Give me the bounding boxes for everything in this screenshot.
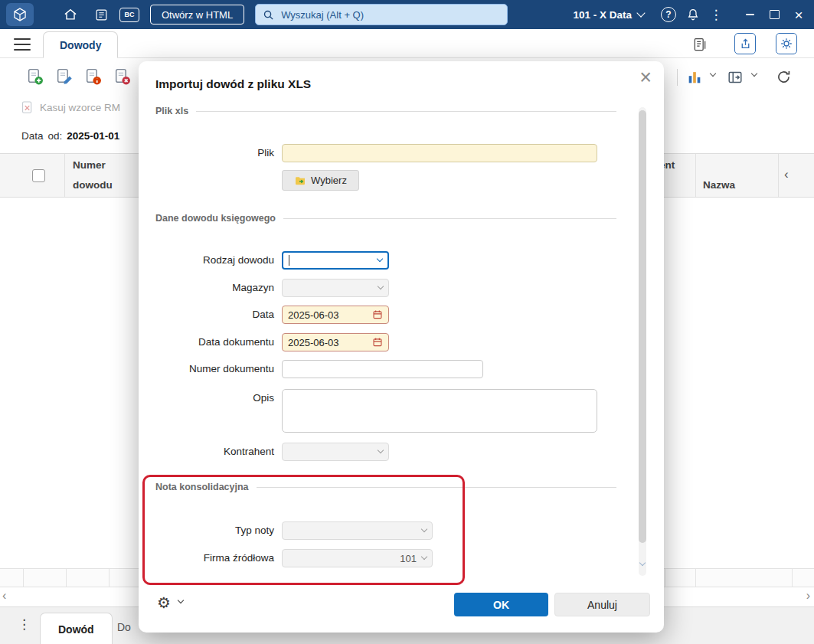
refresh-button[interactable] — [773, 67, 794, 87]
tab-dowod-label: Dowód — [58, 623, 94, 636]
footer-cell-divider-4 — [665, 569, 665, 587]
chart-chevron-down-icon[interactable] — [710, 70, 716, 77]
wybierz-button[interactable]: Wybierz — [282, 170, 359, 191]
plik-input[interactable] — [282, 144, 597, 162]
plik-label: Plik — [152, 144, 274, 162]
calendar-icon[interactable] — [372, 309, 383, 320]
calendar-icon[interactable] — [372, 337, 383, 348]
column-numer-dowodu-line1[interactable]: Numer — [73, 159, 106, 171]
settings-chevron-down-icon[interactable] — [178, 597, 184, 603]
typ-noty-combobox — [282, 521, 433, 540]
ok-button[interactable]: OK — [454, 593, 548, 616]
factbox-collapse-button[interactable]: ‹ — [784, 167, 789, 182]
footer-cell-divider-3 — [109, 569, 110, 587]
sun-icon — [780, 37, 793, 51]
text-caret — [289, 255, 289, 266]
search-box[interactable] — [255, 4, 508, 25]
close-window-button[interactable]: × — [786, 3, 811, 26]
page-tabstrip: Dowody — [0, 29, 814, 58]
journal-button[interactable] — [89, 3, 113, 26]
delete-document-button[interactable] — [112, 67, 132, 87]
column-numer-dowodu-line2: dowodu — [73, 179, 113, 191]
search-input[interactable] — [280, 8, 500, 21]
bc-badge[interactable]: BC — [119, 3, 139, 26]
pages-pane-button[interactable] — [690, 34, 710, 54]
new-document-button[interactable] — [25, 67, 45, 87]
column-divider-3 — [778, 154, 779, 197]
minimize-icon — [746, 14, 754, 15]
tab-partial[interactable]: Do — [117, 621, 131, 633]
app-window: BC Otwórz w HTML 101 - X Data ? ⋮ × — [0, 0, 814, 644]
data-dokumentu-input[interactable]: 2025-06-03 — [282, 333, 389, 351]
document-info-button[interactable] — [83, 67, 103, 87]
journal-icon — [94, 8, 109, 22]
chart-view-button[interactable] — [684, 67, 704, 87]
magazyn-combobox — [282, 279, 389, 297]
section-dane: Dane dowodu księgowego — [155, 213, 616, 224]
magazyn-label: Magazyn — [152, 279, 274, 297]
home-icon — [63, 7, 78, 22]
firma-zrodlowa-label: Firma źródłowa — [152, 549, 274, 567]
kebab-icon: ⋮ — [710, 8, 723, 21]
hscroll-left-button[interactable]: ‹ — [2, 590, 6, 602]
share-button[interactable] — [734, 33, 756, 54]
maximize-button[interactable] — [762, 3, 786, 26]
close-icon: × — [794, 8, 803, 22]
panel-arrow-icon — [727, 69, 744, 86]
filter-field-label: Data — [21, 130, 44, 142]
layout-options-button[interactable] — [724, 67, 745, 87]
menu-button[interactable] — [14, 38, 31, 54]
numer-dokumentu-input[interactable] — [282, 360, 483, 378]
firma-zrodlowa-value: 101 — [400, 553, 422, 564]
firma-zrodlowa-combobox: 101 — [282, 549, 433, 567]
tab-dowod[interactable]: Dowód — [40, 613, 113, 644]
chevron-down-icon — [421, 554, 427, 560]
search-icon — [263, 9, 274, 21]
layout-chevron-down-icon[interactable] — [751, 70, 757, 77]
data-dokumentu-value: 2025-06-03 — [288, 337, 339, 348]
pages-list-icon — [692, 37, 708, 52]
filter-operator-label: od: — [48, 130, 63, 142]
close-icon: × — [639, 66, 652, 89]
edit-document-button[interactable] — [54, 67, 74, 87]
minimize-button[interactable] — [737, 3, 762, 26]
footer-cell-divider-5 — [695, 569, 696, 587]
opis-textarea[interactable] — [282, 389, 597, 433]
more-options-button[interactable]: ⋮ — [705, 3, 727, 26]
company-picker[interactable]: 101 - X Data — [573, 9, 644, 21]
open-html-button[interactable]: Otwórz w HTML — [150, 5, 244, 25]
select-all-checkbox[interactable] — [32, 169, 45, 182]
home-button[interactable] — [58, 3, 83, 26]
data-dokumentu-label: Data dokumentu — [152, 333, 274, 351]
rodzaj-combobox[interactable] — [282, 251, 389, 270]
import-dialog: Importuj dowód z pliku XLS × Plik xls Pl… — [139, 61, 664, 633]
dialog-close-button[interactable]: × — [639, 67, 652, 88]
section-nota: Nota konsolidacyjna — [155, 482, 616, 492]
gear-icon: ⚙ — [157, 594, 171, 611]
notifications-button[interactable] — [681, 3, 705, 26]
new-document-icon — [25, 67, 44, 87]
cancel-button[interactable]: Anuluj — [554, 593, 650, 616]
tab-dowody[interactable]: Dowody — [43, 31, 118, 58]
chart-icon — [686, 69, 703, 86]
edit-icon — [54, 67, 74, 87]
hscroll-right-button[interactable]: › — [806, 590, 810, 602]
data-input[interactable]: 2025-06-03 — [282, 306, 389, 324]
section-dane-label: Dane dowodu księgowego — [155, 213, 276, 224]
date-filter[interactable]: Data od: 2025-01-01 — [21, 130, 119, 142]
hamburger-icon — [14, 38, 31, 40]
chevron-down-icon[interactable] — [377, 256, 383, 262]
dialog-scrollbar-thumb[interactable] — [639, 110, 646, 543]
refresh-icon — [776, 69, 792, 85]
dialog-settings-button[interactable]: ⚙ — [157, 595, 171, 610]
kontrahent-label: Kontrahent — [152, 443, 274, 461]
bottom-kebab-button[interactable]: ⋮ — [18, 616, 31, 633]
help-button[interactable]: ? — [656, 3, 681, 26]
kasuj-wzorce-button[interactable]: Kasuj wzorce RM — [20, 100, 120, 115]
column-nazwa[interactable]: Nazwa — [703, 179, 735, 191]
app-launcher-button[interactable] — [6, 3, 34, 26]
personalize-button[interactable] — [776, 33, 797, 54]
topbar: BC Otwórz w HTML 101 - X Data ? ⋮ × — [0, 0, 814, 29]
bell-icon — [686, 8, 700, 21]
chevron-down-icon — [378, 283, 384, 289]
